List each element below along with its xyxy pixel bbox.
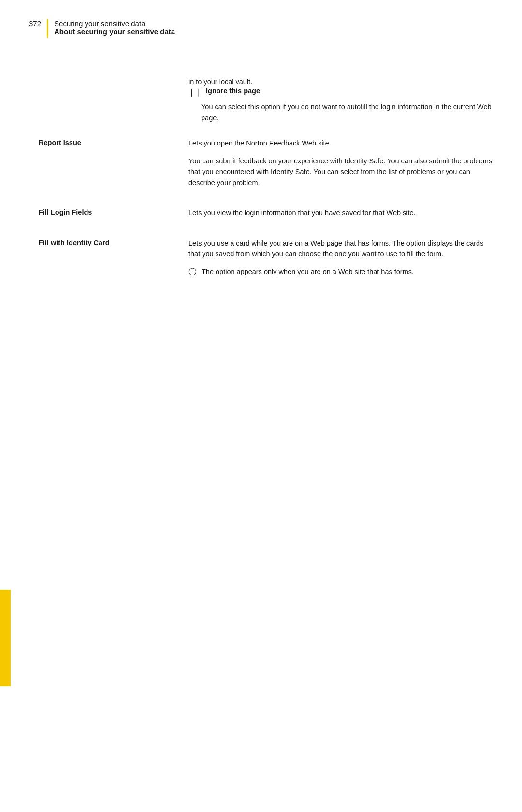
- intro-right-col: in to your local vault. ❘❘ Ignore this p…: [179, 76, 493, 123]
- ignore-page-description: You can select this option if you do not…: [201, 102, 493, 123]
- yellow-sidebar-accent: [0, 590, 11, 686]
- fill-identity-card-row: Fill with Identity Card Lets you use a c…: [39, 238, 493, 277]
- breadcrumb-bottom: About securing your sensitive data: [54, 28, 175, 36]
- fill-login-fields-term: Fill Login Fields: [39, 207, 179, 218]
- report-issue-para-2: You can submit feedback on your experien…: [188, 156, 493, 188]
- fill-identity-card-para-1: Lets you use a card while you are on a W…: [188, 238, 493, 260]
- report-issue-para-1: Lets you open the Norton Feedback Web si…: [188, 138, 493, 148]
- report-issue-term: Report Issue: [39, 138, 179, 188]
- report-issue-row: Report Issue Lets you open the Norton Fe…: [39, 138, 493, 188]
- content-area: in to your local vault. ❘❘ Ignore this p…: [29, 76, 493, 296]
- page-number: 372: [29, 19, 41, 28]
- intro-paragraph: in to your local vault.: [188, 76, 493, 87]
- page-header: 372 Securing your sensitive data About s…: [29, 19, 493, 38]
- fill-identity-card-term: Fill with Identity Card: [39, 238, 179, 277]
- page-container: 372 Securing your sensitive data About s…: [0, 0, 522, 812]
- note-text: The option appears only when you are on …: [202, 266, 414, 277]
- fill-login-fields-row: Fill Login Fields Lets you view the logi…: [39, 207, 493, 218]
- report-issue-content: Lets you open the Norton Feedback Web si…: [179, 138, 493, 188]
- ignore-page-label: Ignore this page: [206, 87, 260, 95]
- breadcrumb-top: Securing your sensitive data: [54, 19, 175, 28]
- fill-login-fields-para-1: Lets you view the login information that…: [188, 207, 493, 218]
- ignore-page-item: ❘❘ Ignore this page: [188, 87, 493, 97]
- intro-row: in to your local vault. ❘❘ Ignore this p…: [39, 76, 493, 123]
- intro-left-col: [39, 76, 179, 123]
- fill-login-fields-content: Lets you view the login information that…: [179, 207, 493, 218]
- header-text: Securing your sensitive data About secur…: [54, 19, 175, 36]
- note-circle-icon: ◯: [188, 267, 197, 276]
- fill-identity-card-content: Lets you use a card while you are on a W…: [179, 238, 493, 277]
- fill-identity-card-note: ◯ The option appears only when you are o…: [188, 266, 493, 277]
- bullet-grid-icon: ❘❘: [188, 87, 201, 97]
- header-divider: [47, 19, 48, 38]
